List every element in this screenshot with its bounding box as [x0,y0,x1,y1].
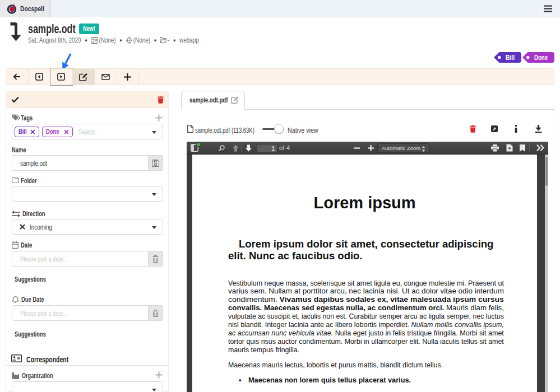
svg-text:Bill: Bill [506,54,515,62]
svg-text:Done: Done [534,54,548,62]
